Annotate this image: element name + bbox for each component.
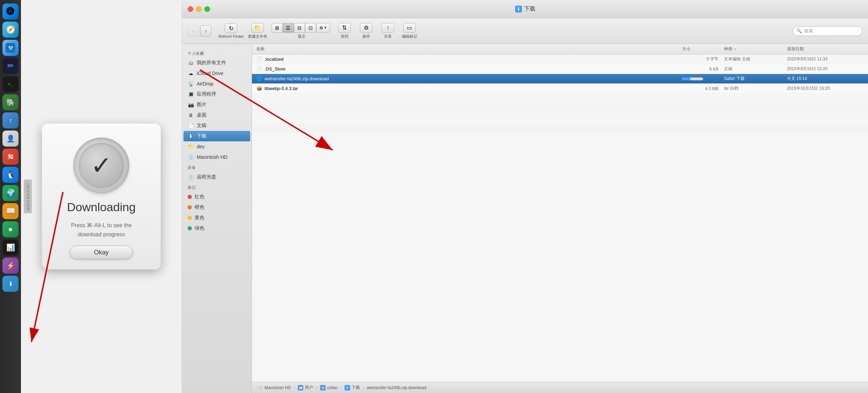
dock-icon-qq[interactable]: 🐧 — [2, 167, 19, 183]
pictures-icon: 📷 — [188, 102, 194, 108]
dock-icon-red-circle[interactable]: 知 — [2, 149, 19, 165]
view-options-button[interactable]: ⚙▼ — [316, 23, 330, 33]
edit-tags-icon: ▭ — [403, 23, 416, 33]
dialog-subtitle: Press ⌘-Alt-L to see the download progre… — [71, 221, 132, 239]
col-header-kind[interactable]: 种类 ↑ — [724, 46, 787, 52]
sidebar-item-pictures[interactable]: 📷 图片 — [182, 99, 252, 110]
sidebar-item-applications[interactable]: 🔳 应用程序 — [182, 89, 252, 99]
sidebar-item-remote-disc[interactable]: 💿 远程光盘 — [182, 172, 252, 182]
content-area: 个人收藏 🗂 我的所有文件 ☁ iCloud Drive 📡 AirDrop 🔳… — [182, 44, 868, 393]
action-label: 操作 — [362, 34, 370, 39]
downloads-label: 下载 — [197, 133, 207, 139]
share-button[interactable]: ↑ 共享 — [379, 23, 397, 39]
breadcrumb-sep-3: › — [340, 385, 342, 390]
breadcrumb-sep-1: › — [294, 385, 295, 390]
file-name-cell: 🌐 wetransfer-fa249b.zip.download — [256, 76, 682, 82]
breadcrumb-users[interactable]: 📁 用户 — [298, 385, 313, 391]
sidebar-item-airdrop[interactable]: 📡 AirDrop — [182, 79, 252, 89]
dock-icon-world[interactable]: 🌍 — [2, 185, 19, 201]
all-files-icon: 🗂 — [188, 60, 194, 66]
cover-flow-button[interactable]: ⊡ — [305, 23, 316, 33]
dock-icon-downloader[interactable]: ⬇ — [2, 276, 19, 292]
list-view-button[interactable]: ☰ — [283, 23, 294, 33]
new-folder-button[interactable]: 📁 新建文件夹 — [248, 23, 267, 39]
desktop-label: 桌面 — [197, 112, 207, 118]
action-button[interactable]: ⚙ 操作 — [357, 23, 375, 39]
table-row — [252, 94, 868, 103]
close-button[interactable] — [188, 6, 193, 12]
file-type-icon: 📦 — [256, 86, 262, 92]
col-header-date[interactable]: 添加日期 — [787, 46, 864, 52]
sidebar-item-tag-red[interactable]: 红色 — [182, 192, 252, 202]
sidebar-item-all-files[interactable]: 🗂 我的所有文件 — [182, 58, 252, 68]
breadcrumb-macintosh-hd[interactable]: 💿 Macintosh HD — [258, 385, 291, 391]
column-view-button[interactable]: ⊟ — [294, 23, 305, 33]
file-list: 名称 大小 种类 ↑ 添加日期 📄 — [252, 44, 868, 393]
table-row[interactable]: 📄 .DS_Store 6 KB 文稿 2015年9月18日 15:20 — [252, 64, 868, 74]
file-type-icon: 📄 — [256, 56, 262, 62]
action-icon: ⚙ — [360, 23, 372, 33]
breadcrumb-downloads-label: 下载 — [352, 385, 360, 391]
okay-button[interactable]: Okay — [70, 246, 133, 259]
dock-icon-contacts[interactable]: 👤 — [2, 131, 19, 147]
sidebar-item-tag-yellow[interactable]: 黄色 — [182, 213, 252, 223]
breadcrumb-crifan[interactable]: 🏠 crifan — [320, 385, 337, 391]
table-row — [252, 113, 868, 123]
dock-icon-green-circle[interactable]: ● — [2, 221, 19, 237]
back-button[interactable]: ‹ — [188, 25, 199, 37]
icon-view-button[interactable]: ⊞ — [272, 23, 283, 33]
remote-disc-label: 远程光盘 — [197, 174, 216, 180]
table-row[interactable]: 📦 libwebp-0.4.3.tar 4.3 MB tar 归档 2015年1… — [252, 84, 868, 94]
fullscreen-button[interactable] — [204, 6, 210, 12]
file-name: libwebp-0.4.3.tar — [265, 86, 298, 91]
airdrop-icon: 📡 — [188, 81, 194, 87]
dock-icon-activity[interactable]: 📊 — [2, 239, 19, 255]
new-folder-label: 新建文件夹 — [248, 34, 267, 39]
file-name: .localized — [265, 57, 283, 62]
file-rows: 📄 .localized 0 字节 文本编辑 文稿 2015年9月18日 11:… — [252, 54, 868, 382]
minimize-button[interactable] — [196, 6, 202, 12]
checkmark-inner: ✓ — [79, 143, 124, 188]
sort-arrow-icon: ↑ — [734, 47, 736, 52]
file-name-cell: 📦 libwebp-0.4.3.tar — [256, 86, 682, 92]
sidebar-item-tag-orange[interactable]: 橙色 — [182, 202, 252, 213]
col-header-name[interactable]: 名称 — [256, 46, 682, 52]
breadcrumb-hd-label: Macintosh HD — [265, 385, 291, 390]
sort-button[interactable]: ⇅ 排列 — [336, 23, 353, 39]
dock-icon-evernote[interactable]: 🐘 — [2, 94, 19, 110]
sidebar-item-dev[interactable]: 📁 dev — [182, 141, 252, 152]
dock-icon-safari[interactable]: 🧭 — [2, 22, 19, 38]
table-row[interactable]: 📄 .localized 0 字节 文本编辑 文稿 2015年9月18日 11:… — [252, 54, 868, 64]
dock: 🅐 🧭 ⚒ ✏ >_ 🐘 ↑ 👤 知 🐧 🌍 📖 ● 📊 ⚡ — [0, 0, 21, 393]
dock-icon-xcode[interactable]: ⚒ — [2, 40, 19, 56]
applications-icon: 🔳 — [188, 91, 194, 97]
sidebar-item-desktop[interactable]: 🖥 桌面 — [182, 110, 252, 120]
search-box[interactable]: 🔍 搜索 — [793, 26, 862, 36]
dock-icon-instruments[interactable]: ⚡ — [2, 258, 19, 274]
dock-icon-terminal[interactable]: >_ — [2, 76, 19, 92]
refresh-finder-button[interactable]: ↻ Refresh Finder — [218, 23, 244, 38]
dock-icon-pencil[interactable]: ✏ — [2, 58, 19, 74]
edit-tags-label: 编辑标记 — [402, 34, 417, 39]
file-size: 6 KB — [682, 67, 724, 72]
file-kind: 文本编辑 文稿 — [724, 56, 787, 62]
status-bar: 💿 Macintosh HD › 📁 用户 › 🏠 — [252, 382, 868, 393]
sidebar-item-downloads[interactable]: ⬇ 下载 — [183, 131, 250, 141]
nav-buttons: ‹ › — [188, 25, 211, 37]
dock-icon-book[interactable]: 📖 — [2, 203, 19, 219]
dock-icon-app-store[interactable]: 🅐 — [2, 3, 19, 20]
forward-button[interactable]: › — [200, 25, 211, 37]
sidebar-item-icloud[interactable]: ☁ iCloud Drive — [182, 68, 252, 79]
sidebar-item-macintosh-hd[interactable]: 💿 Macintosh HD — [182, 152, 252, 162]
edit-tags-button[interactable]: ▭ 编辑标记 — [401, 23, 418, 39]
sidebar-item-tag-green[interactable]: 绿色 — [182, 223, 252, 233]
main-area: wetransfer ✓ Downloading Press ⌘-Alt-L t… — [21, 0, 868, 393]
table-row — [252, 123, 868, 133]
file-date: 今天 15:14 — [787, 76, 864, 82]
table-row[interactable]: 🌐 wetransfer-fa249b.zip.download Safari … — [252, 74, 868, 84]
col-header-size[interactable]: 大小 — [682, 46, 724, 52]
breadcrumb-downloads[interactable]: ⬇ 下载 — [345, 385, 360, 391]
sidebar-item-documents[interactable]: 📄 文稿 — [182, 120, 252, 131]
dock-icon-blue-arrow[interactable]: ↑ — [2, 112, 19, 128]
checkmark-circle: ✓ — [73, 138, 129, 193]
